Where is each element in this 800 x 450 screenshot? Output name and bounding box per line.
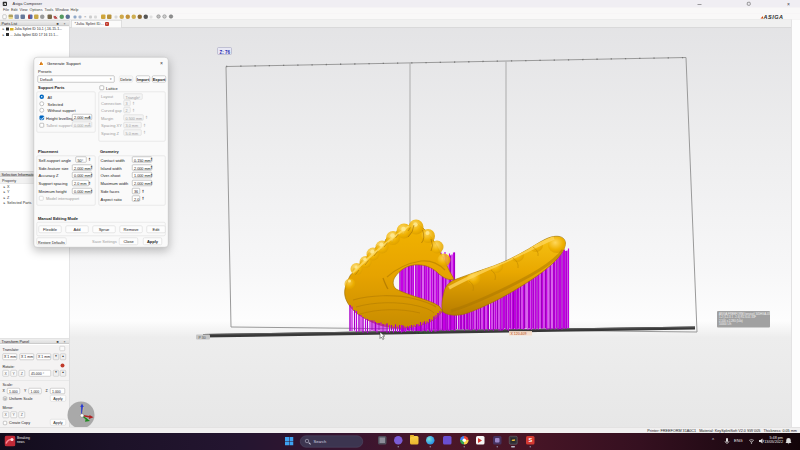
svg-text:Z: 76: Z: 76	[220, 50, 231, 55]
svg-text:10000 L/h: 10000 L/h	[719, 322, 732, 326]
svg-text:ASIGA FREEFORM (service) 345HG: ASIGA FREEFORM (service) 345HGA-03	[719, 312, 771, 316]
svg-text:X 120.409: X 120.409	[511, 332, 527, 336]
svg-text:1.2 (1.2.3.1 - 2.6) R1.6.01 35: 1.2 (1.2.3.1 - 2.6) R1.6.01 35F	[719, 315, 756, 319]
svg-text:P 30: P 30	[199, 336, 206, 340]
svg-text:2.100 x 2.280 (54x): 2.100 x 2.280 (54x)	[719, 319, 743, 323]
svg-text:1 94.600: 1 94.600	[416, 331, 430, 335]
